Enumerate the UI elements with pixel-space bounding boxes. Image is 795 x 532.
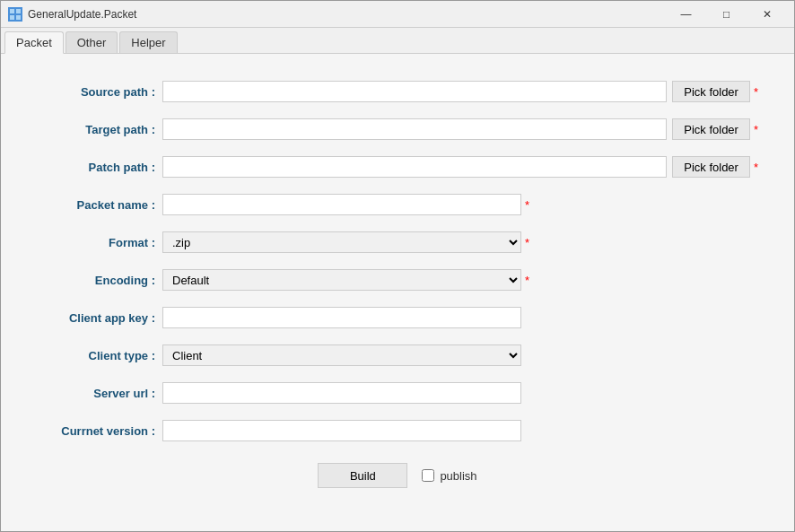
svg-rect-2 bbox=[10, 15, 14, 20]
build-row: Build publish bbox=[37, 463, 758, 488]
patch-path-input[interactable] bbox=[162, 156, 667, 178]
svg-rect-1 bbox=[16, 9, 21, 13]
publish-label: publish bbox=[440, 469, 476, 483]
format-label: Format : bbox=[37, 236, 162, 249]
server-url-input[interactable] bbox=[162, 382, 521, 404]
packet-name-label: Packet name : bbox=[37, 198, 162, 212]
source-path-required: * bbox=[754, 85, 758, 99]
title-bar-left: GeneralUpdate.Packet bbox=[8, 7, 136, 22]
source-path-row: Source path : Pick folder * bbox=[37, 81, 758, 102]
server-url-label: Server url : bbox=[37, 387, 162, 400]
format-required: * bbox=[525, 236, 529, 249]
tab-other[interactable]: Other bbox=[66, 31, 118, 53]
server-url-row: Server url : bbox=[37, 382, 758, 404]
target-path-label: Target path : bbox=[37, 123, 162, 136]
svg-rect-3 bbox=[16, 15, 21, 20]
source-path-input-group: Pick folder * bbox=[162, 81, 758, 102]
patch-path-row: Patch path : Pick folder * bbox=[37, 156, 758, 178]
minimize-button[interactable]: — bbox=[666, 1, 706, 28]
patch-path-label: Patch path : bbox=[37, 161, 162, 174]
patch-path-pick-folder-button[interactable]: Pick folder bbox=[672, 156, 750, 178]
client-app-key-input[interactable] bbox=[162, 307, 521, 328]
client-app-key-label: Client app key : bbox=[37, 311, 162, 325]
app-icon bbox=[8, 7, 22, 22]
patch-path-input-group: Pick folder * bbox=[162, 156, 758, 178]
format-select[interactable]: .zip .tar .gz bbox=[162, 231, 521, 253]
client-type-label: Client type : bbox=[37, 349, 162, 362]
packet-name-input[interactable] bbox=[162, 194, 521, 215]
encoding-select[interactable]: Default UTF-8 ASCII bbox=[162, 269, 521, 291]
form-content: Source path : Pick folder * Target path … bbox=[1, 54, 794, 531]
app-icon-svg bbox=[9, 8, 22, 21]
close-button[interactable]: ✕ bbox=[747, 1, 787, 28]
main-window: GeneralUpdate.Packet — □ ✕ Packet Other … bbox=[0, 0, 795, 532]
target-path-input-group: Pick folder * bbox=[162, 118, 758, 140]
client-type-row: Client type : Client Server bbox=[37, 344, 758, 366]
current-version-row: Currnet version : bbox=[37, 420, 758, 441]
patch-path-required: * bbox=[754, 161, 758, 174]
tab-helper[interactable]: Helper bbox=[119, 31, 177, 53]
source-path-label: Source path : bbox=[37, 85, 162, 99]
encoding-label: Encoding : bbox=[37, 274, 162, 287]
target-path-required: * bbox=[754, 123, 758, 136]
source-path-pick-folder-button[interactable]: Pick folder bbox=[672, 81, 750, 102]
target-path-row: Target path : Pick folder * bbox=[37, 118, 758, 140]
current-version-label: Currnet version : bbox=[37, 424, 162, 438]
tab-bar: Packet Other Helper bbox=[1, 28, 794, 54]
encoding-row: Encoding : Default UTF-8 ASCII * bbox=[37, 269, 758, 291]
svg-rect-0 bbox=[10, 9, 14, 13]
packet-name-row: Packet name : * bbox=[37, 194, 758, 215]
publish-row: publish bbox=[422, 469, 476, 483]
packet-name-required: * bbox=[525, 198, 529, 212]
title-bar-controls: — □ ✕ bbox=[666, 1, 787, 28]
client-app-key-row: Client app key : bbox=[37, 307, 758, 328]
build-button[interactable]: Build bbox=[318, 463, 407, 488]
tab-packet[interactable]: Packet bbox=[4, 31, 64, 54]
encoding-required: * bbox=[525, 274, 529, 287]
publish-checkbox[interactable] bbox=[422, 469, 434, 482]
window-title: GeneralUpdate.Packet bbox=[28, 8, 136, 21]
title-bar: GeneralUpdate.Packet — □ ✕ bbox=[1, 1, 794, 28]
client-type-select[interactable]: Client Server bbox=[162, 344, 521, 366]
current-version-input[interactable] bbox=[162, 420, 521, 441]
target-path-input[interactable] bbox=[162, 118, 667, 140]
target-path-pick-folder-button[interactable]: Pick folder bbox=[672, 118, 750, 140]
source-path-input[interactable] bbox=[162, 81, 667, 102]
maximize-button[interactable]: □ bbox=[706, 1, 747, 28]
format-row: Format : .zip .tar .gz * bbox=[37, 231, 758, 253]
